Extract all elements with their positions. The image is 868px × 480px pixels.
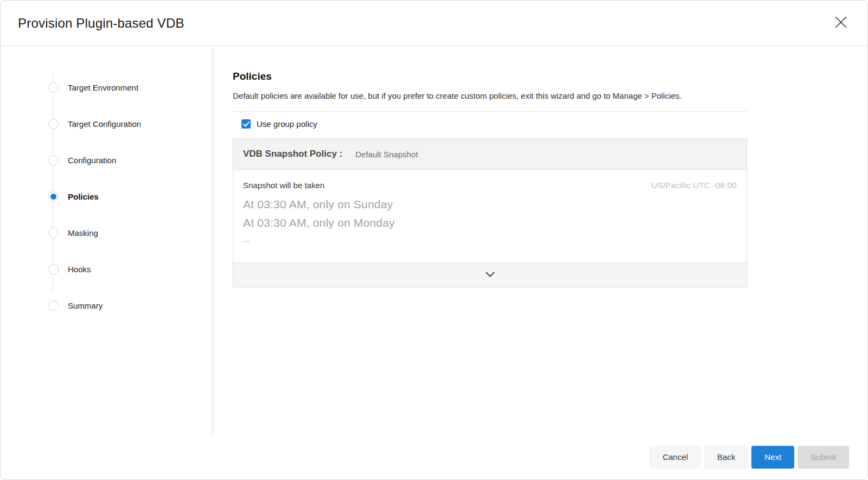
step-target-configuration[interactable]: Target Configuration (1, 106, 213, 142)
step-circle-icon (48, 82, 59, 93)
back-button[interactable]: Back (704, 446, 748, 469)
chevron-down-icon (486, 270, 495, 280)
step-target-environment[interactable]: Target Environment (1, 69, 213, 106)
main-content: Policies Default policies are available … (213, 46, 867, 434)
step-circle-icon (48, 264, 59, 274)
dialog-body: Target Environment Target Configuration … (1, 46, 867, 434)
step-masking[interactable]: Masking (1, 215, 213, 251)
use-group-policy-checkbox[interactable]: Use group policy (241, 119, 747, 129)
checkbox-checked-icon (241, 119, 251, 129)
page-description: Default policies are available for use, … (233, 91, 747, 100)
step-circle-icon (48, 228, 59, 238)
panel-body: Snapshot will be taken US/Pacific UTC -0… (233, 170, 746, 263)
schedule-list: At 03:30 AM, only on Sunday At 03:30 AM,… (243, 195, 737, 244)
selected-policy-value: Default Snapshot (355, 150, 418, 159)
step-hooks[interactable]: Hooks (1, 251, 213, 287)
x-icon (834, 15, 848, 31)
step-circle-icon (48, 155, 59, 165)
step-summary[interactable]: Summary (1, 287, 213, 324)
step-circle-active-icon (48, 191, 59, 202)
step-circle-icon (48, 300, 59, 311)
step-label: Hooks (68, 265, 91, 274)
vdb-snapshot-policy-panel: VDB Snapshot Policy : Default Snapshot S… (233, 138, 747, 287)
checkbox-label: Use group policy (257, 119, 317, 129)
step-policies[interactable]: Policies (1, 178, 213, 215)
step-label: Masking (68, 228, 98, 238)
expand-schedule-button[interactable] (233, 263, 746, 287)
close-button[interactable] (832, 14, 850, 33)
panel-header: VDB Snapshot Policy : Default Snapshot (233, 139, 746, 170)
schedule-ellipsis: ... (243, 234, 737, 244)
dialog-footer: Cancel Back Next Submit (1, 434, 867, 479)
step-configuration[interactable]: Configuration (1, 142, 213, 178)
step-label: Target Environment (68, 83, 138, 92)
next-button[interactable]: Next (751, 446, 794, 469)
panel-title: VDB Snapshot Policy : (243, 149, 342, 159)
page-title: Policies (233, 71, 747, 82)
snapshot-taken-label: Snapshot will be taken (243, 181, 324, 190)
schedule-line: At 03:30 AM, only on Monday (243, 214, 737, 232)
cancel-button[interactable]: Cancel (649, 446, 701, 469)
step-circle-icon (48, 119, 59, 129)
timezone-label: US/Pacific UTC -08:00 (652, 181, 737, 190)
dialog-title: Provision Plugin-based VDB (18, 16, 184, 31)
schedule-line: At 03:30 AM, only on Sunday (243, 195, 737, 214)
wizard-stepper: Target Environment Target Configuration … (1, 46, 213, 434)
provision-vdb-dialog: Provision Plugin-based VDB Target Enviro… (0, 0, 868, 480)
step-label: Configuration (68, 156, 116, 165)
divider (233, 111, 747, 112)
step-label: Target Configuration (68, 119, 141, 129)
step-label: Summary (68, 301, 103, 310)
step-label: Policies (68, 192, 99, 201)
dialog-header: Provision Plugin-based VDB (1, 1, 867, 46)
submit-button[interactable]: Submit (797, 446, 849, 469)
